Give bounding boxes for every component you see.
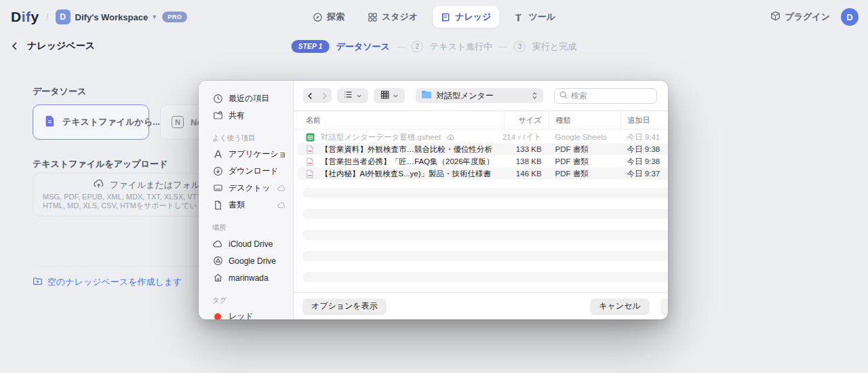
nav-left: Dify / D Dify's Workspace ▼ PRO	[0, 9, 187, 25]
column-header-name[interactable]: 名前	[306, 115, 497, 125]
column-header-added[interactable]: 追加日	[620, 111, 668, 129]
sidebar-item-google-drive[interactable]: Google Drive	[199, 252, 293, 269]
step-separator: —	[499, 42, 507, 52]
sidebar-item-label: レッド	[229, 311, 254, 319]
icloud-icon	[212, 239, 223, 250]
plugins-label: プラグイン	[785, 11, 830, 23]
back-arrow-icon[interactable]	[9, 41, 20, 52]
open-button[interactable]: 開く	[661, 299, 668, 314]
sidebar-item-label: Google Drive	[229, 256, 276, 266]
google-sheets-file-icon	[306, 133, 317, 142]
sidebar-item-label: iCloud Drive	[229, 239, 273, 249]
sidebar-item-recents[interactable]: 最近の項目	[199, 90, 293, 107]
file-row[interactable]: 対話型メンターデータ蓄積.gsheet 214 バイト Google Sheet…	[294, 131, 668, 143]
sidebar-item-home[interactable]: marinwada	[199, 269, 293, 286]
nav-back-forward-group	[303, 88, 332, 103]
empty-row-stripe	[302, 272, 668, 282]
create-empty-kb-link[interactable]: 空のナレッジベースを作成します	[33, 276, 182, 288]
sidebar-item-desktop[interactable]: デスクトップ	[199, 180, 293, 197]
nav-item-studio[interactable]: スタジオ	[359, 6, 426, 28]
workspace-selector[interactable]: D Dify's Workspace ▼ PRO	[56, 9, 188, 24]
file-name-text: 対話型メンターデータ蓄積.gsheet	[321, 132, 441, 142]
pdf-file-icon	[306, 145, 317, 154]
file-row[interactable]: 【社内秘】AI外観検査S...ye)」製品・技術仕様書 146 KB PDF 書…	[298, 168, 668, 180]
sidebar-item-shared[interactable]: 共有	[199, 107, 293, 124]
empty-row-stripe	[302, 230, 668, 240]
step2-number: 2	[412, 41, 423, 52]
sidebar-item-label: 共有	[229, 110, 245, 121]
file-kind: PDF 書類	[549, 157, 614, 167]
sidebar-section-favorites: よく使う項目	[199, 124, 293, 146]
nav-item-knowledge[interactable]: ナレッジ	[433, 6, 499, 28]
google-drive-icon	[212, 256, 223, 266]
sidebar-item-documents[interactable]: 書類	[199, 197, 293, 214]
file-size: 133 KB	[501, 145, 542, 153]
plugins-button[interactable]: プラグイン	[770, 11, 830, 23]
sidebar-item-icloud-drive[interactable]: iCloud Drive	[199, 235, 293, 252]
forward-button[interactable]	[317, 92, 332, 100]
document-icon	[212, 200, 223, 210]
upload-section-title: テキストファイルをアップロード	[33, 158, 167, 170]
finder-main: 対話型メンター 名前 サイズ 種類 追加日	[294, 81, 668, 319]
pdf-file-icon	[306, 170, 317, 178]
back-button[interactable]	[303, 92, 317, 100]
file-name-text: 【営業資料】外観検査市…競合比較・優位性分析	[321, 144, 492, 155]
nav-label: スタジオ	[382, 11, 418, 23]
file-row[interactable]: 【営業担当者必携】「匠…FAQ集（2026年度版） 138 KB PDF 書類 …	[294, 155, 668, 168]
cloud-icon	[277, 201, 286, 210]
file-row[interactable]: 【営業資料】外観検査市…競合比較・優位性分析 133 KB PDF 書類 今日 …	[298, 143, 668, 155]
file-name-text: 【営業担当者必携】「匠…FAQ集（2026年度版）	[321, 157, 494, 167]
group-view-button[interactable]	[374, 88, 405, 103]
column-header-kind[interactable]: 種類	[549, 111, 614, 129]
breadcrumb: ナレッジベース	[9, 40, 95, 52]
file-name: 【営業担当者必携】「匠…FAQ集（2026年度版）	[321, 157, 494, 167]
finder-search-field[interactable]	[554, 88, 657, 104]
page-title: ナレッジベース	[27, 40, 95, 52]
nav-item-explore[interactable]: 探索	[304, 6, 353, 28]
file-name: 【営業資料】外観検査市…競合比較・優位性分析	[321, 144, 494, 155]
search-input[interactable]	[571, 91, 646, 100]
shared-folder-icon	[212, 111, 223, 121]
select-arrows-icon	[532, 92, 538, 100]
file-name: 【社内秘】AI外観検査S...ye)」製品・技術仕様書	[321, 169, 494, 179]
cloud-download-icon	[446, 133, 455, 142]
tools-icon	[514, 12, 524, 22]
text-file-icon	[44, 115, 56, 130]
user-avatar[interactable]: D	[841, 8, 859, 26]
desktop-icon	[212, 183, 223, 193]
cancel-button[interactable]: キャンセル	[591, 299, 648, 314]
red-tag-icon	[212, 313, 223, 320]
sidebar-item-downloads[interactable]: ダウンロード	[199, 163, 293, 180]
dropzone-formats-line2: HTML, MD, XLS, CSV, HTMをサポートしています。1	[43, 201, 224, 210]
nav-item-tools[interactable]: ツール	[506, 6, 564, 28]
column-header-size[interactable]: サイズ	[504, 111, 542, 129]
chevron-down-icon: ▼	[151, 14, 157, 20]
datasource-card-textfile[interactable]: テキストファイルから...	[33, 104, 149, 140]
explore-icon	[313, 12, 323, 22]
current-folder-dropdown[interactable]: 対話型メンター	[416, 88, 543, 103]
sidebar-item-label: 書類	[229, 199, 245, 211]
step-indicator: STEP 1 データソース — 2 テキスト進行中 — 3 実行と完成	[292, 40, 577, 53]
show-options-button[interactable]: オプションを表示	[303, 299, 386, 314]
sidebar-section-locations: 場所	[199, 214, 293, 235]
dropzone-formats-line1: MSG, PDF, EPUB, XML, MDX, TXT, XLSX, VTT…	[43, 193, 224, 201]
card-textfile-label: テキストファイルから...	[62, 116, 160, 128]
file-added-date: 今日 9:37	[620, 169, 668, 179]
dropzone-formats: MSG, PDF, EPUB, XML, MDX, TXT, XLSX, VTT…	[43, 193, 224, 210]
knowledge-icon	[441, 12, 451, 22]
current-folder-label: 対話型メンター	[436, 90, 528, 102]
file-size: 214 バイト	[501, 132, 542, 142]
sidebar-item-label: デスクトップ	[229, 182, 271, 194]
file-list: 対話型メンターデータ蓄積.gsheet 214 バイト Google Sheet…	[294, 130, 668, 292]
step1-badge: STEP 1	[292, 40, 330, 53]
sidebar-item-tag-red[interactable]: レッド	[199, 308, 293, 319]
sidebar-item-applications[interactable]: アプリケーション	[199, 146, 293, 163]
list-view-button[interactable]	[337, 88, 368, 103]
dialog-footer: オプションを表示 キャンセル 開く	[294, 292, 668, 319]
file-added-date: 今日 9:41	[620, 132, 668, 142]
pdf-file-icon	[306, 157, 317, 166]
plugins-icon	[770, 11, 781, 23]
file-size: 138 KB	[501, 157, 542, 165]
app-root: Dify / D Dify's Workspace ▼ PRO 探索 スタジオ …	[0, 0, 868, 373]
file-kind: PDF 書類	[549, 169, 614, 179]
